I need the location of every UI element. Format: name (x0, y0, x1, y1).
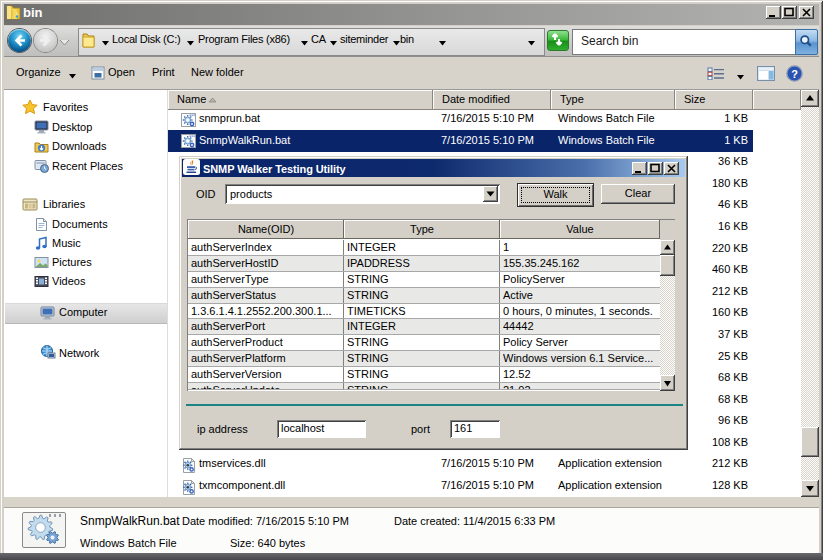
svg-text:?: ? (791, 68, 798, 80)
